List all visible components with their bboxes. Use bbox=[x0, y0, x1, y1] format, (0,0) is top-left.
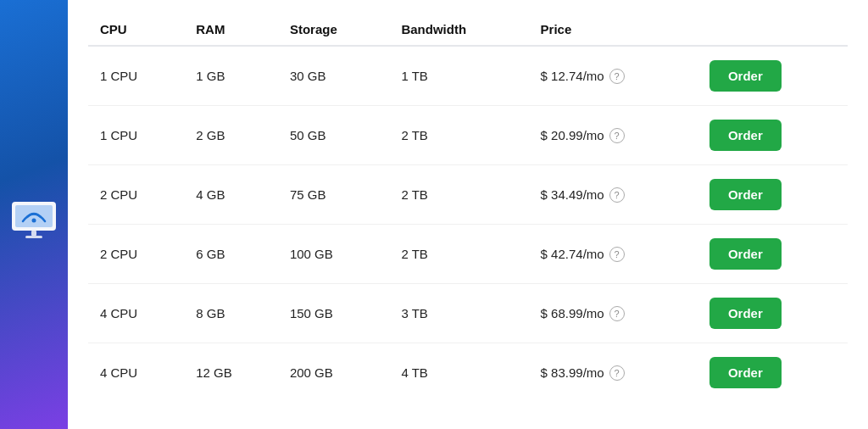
cell-storage: 75 GB bbox=[278, 165, 390, 225]
price-value: $ 34.49/mo bbox=[541, 187, 604, 202]
header-price: Price bbox=[529, 14, 698, 46]
order-button[interactable]: Order bbox=[709, 120, 782, 151]
table-row: 4 CPU12 GB200 GB4 TB$ 83.99/mo?Order bbox=[88, 343, 848, 403]
cell-storage: 30 GB bbox=[278, 46, 390, 106]
cell-ram: 8 GB bbox=[184, 284, 278, 343]
header-action bbox=[698, 14, 848, 46]
cell-cpu: 4 CPU bbox=[88, 343, 184, 403]
cell-price: $ 83.99/mo? bbox=[529, 343, 698, 403]
help-icon[interactable]: ? bbox=[609, 365, 625, 381]
table-row: 4 CPU8 GB150 GB3 TB$ 68.99/mo?Order bbox=[88, 284, 848, 343]
order-button[interactable]: Order bbox=[709, 238, 782, 270]
cell-price: $ 68.99/mo? bbox=[529, 284, 698, 343]
order-button[interactable]: Order bbox=[709, 60, 782, 92]
cell-bandwidth: 2 TB bbox=[389, 165, 528, 225]
svg-rect-4 bbox=[25, 236, 42, 238]
cell-ram: 1 GB bbox=[184, 46, 278, 106]
cell-bandwidth: 1 TB bbox=[389, 46, 528, 106]
cell-bandwidth: 2 TB bbox=[389, 106, 528, 165]
header-cpu: CPU bbox=[88, 14, 184, 46]
cell-action: Order bbox=[698, 225, 848, 284]
help-icon[interactable]: ? bbox=[609, 187, 625, 203]
cell-bandwidth: 3 TB bbox=[389, 284, 528, 343]
cell-bandwidth: 4 TB bbox=[389, 343, 528, 403]
order-button[interactable]: Order bbox=[709, 179, 782, 210]
cell-price: $ 34.49/mo? bbox=[529, 165, 698, 225]
cell-action: Order bbox=[698, 284, 848, 343]
pricing-table: CPU RAM Storage Bandwidth Price 1 CPU1 G… bbox=[88, 14, 848, 402]
svg-point-2 bbox=[32, 219, 36, 223]
vps-icon bbox=[8, 185, 59, 244]
cell-cpu: 1 CPU bbox=[88, 106, 184, 165]
cell-cpu: 1 CPU bbox=[88, 46, 184, 106]
table-row: 2 CPU6 GB100 GB2 TB$ 42.74/mo?Order bbox=[88, 225, 848, 284]
header-storage: Storage bbox=[278, 14, 390, 46]
price-value: $ 83.99/mo bbox=[541, 365, 604, 380]
price-value: $ 68.99/mo bbox=[541, 306, 604, 320]
cell-ram: 4 GB bbox=[184, 165, 278, 225]
header-ram: RAM bbox=[184, 14, 278, 46]
cell-cpu: 4 CPU bbox=[88, 284, 184, 343]
header-bandwidth: Bandwidth bbox=[389, 14, 528, 46]
cell-price: $ 12.74/mo? bbox=[529, 46, 698, 106]
price-value: $ 12.74/mo bbox=[541, 69, 604, 83]
cell-ram: 12 GB bbox=[184, 343, 278, 403]
help-icon[interactable]: ? bbox=[609, 69, 625, 84]
cell-action: Order bbox=[698, 343, 848, 403]
cell-ram: 2 GB bbox=[184, 106, 278, 165]
cell-cpu: 2 CPU bbox=[88, 225, 184, 284]
sidebar bbox=[0, 0, 68, 429]
cell-storage: 150 GB bbox=[278, 284, 390, 343]
cell-storage: 50 GB bbox=[278, 106, 390, 165]
cell-price: $ 20.99/mo? bbox=[529, 106, 698, 165]
pricing-table-container: CPU RAM Storage Bandwidth Price 1 CPU1 G… bbox=[68, 0, 868, 429]
cell-cpu: 2 CPU bbox=[88, 165, 184, 225]
cell-action: Order bbox=[698, 46, 848, 106]
price-value: $ 20.99/mo bbox=[541, 128, 604, 142]
cell-storage: 100 GB bbox=[278, 225, 390, 284]
order-button[interactable]: Order bbox=[709, 298, 782, 329]
svg-rect-3 bbox=[31, 231, 36, 236]
help-icon[interactable]: ? bbox=[609, 128, 625, 143]
table-row: 1 CPU2 GB50 GB2 TB$ 20.99/mo?Order bbox=[88, 106, 848, 165]
svg-rect-1 bbox=[15, 205, 53, 227]
table-row: 2 CPU4 GB75 GB2 TB$ 34.49/mo?Order bbox=[88, 165, 848, 225]
cell-storage: 200 GB bbox=[278, 343, 390, 403]
help-icon[interactable]: ? bbox=[609, 247, 625, 262]
help-icon[interactable]: ? bbox=[609, 306, 625, 321]
price-value: $ 42.74/mo bbox=[541, 247, 604, 261]
table-row: 1 CPU1 GB30 GB1 TB$ 12.74/mo?Order bbox=[88, 46, 848, 106]
cell-price: $ 42.74/mo? bbox=[529, 225, 698, 284]
order-button[interactable]: Order bbox=[709, 357, 782, 388]
cell-ram: 6 GB bbox=[184, 225, 278, 284]
cell-action: Order bbox=[698, 106, 848, 165]
cell-action: Order bbox=[698, 165, 848, 225]
cell-bandwidth: 2 TB bbox=[389, 225, 528, 284]
